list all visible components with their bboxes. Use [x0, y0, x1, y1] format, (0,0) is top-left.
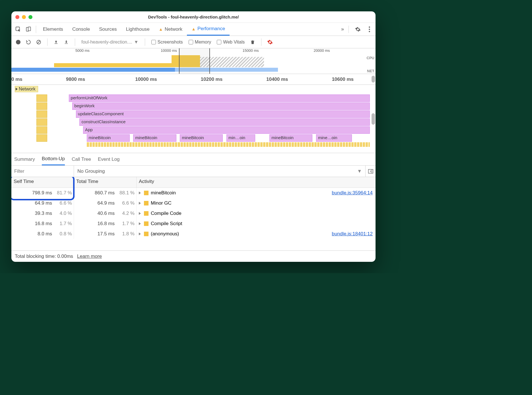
flame-frame[interactable]: App [83, 126, 370, 134]
minimize-window-button[interactable] [22, 15, 26, 19]
category-swatch [144, 211, 149, 216]
close-window-button[interactable] [15, 15, 19, 19]
subtab-call-tree[interactable]: Call Tree [72, 153, 91, 165]
warning-icon: ▲ [159, 27, 163, 32]
column-header-activity[interactable]: Activity [137, 177, 376, 188]
ruler-tick: 10000 ms [135, 77, 157, 82]
activity-name: Minor GC [151, 200, 172, 206]
separator [145, 38, 145, 46]
svg-rect-7 [55, 43, 58, 44]
tab-network[interactable]: ▲Network [154, 23, 187, 36]
flame-frame[interactable] [36, 102, 47, 110]
bottom-up-table: Self Time Total Time Activity 798.9 ms81… [11, 177, 376, 250]
save-profile-icon[interactable] [62, 38, 70, 46]
toggle-sidebar-icon[interactable] [365, 166, 376, 177]
tab-lighthouse[interactable]: Lighthouse [121, 23, 154, 36]
memory-checkbox[interactable]: Memory [187, 40, 213, 45]
vertical-scrollbar[interactable] [372, 76, 375, 83]
separator [349, 26, 349, 33]
column-header-total-time[interactable]: Total Time [74, 177, 137, 188]
source-link[interactable]: bundle.js:18401:12 [332, 231, 373, 237]
flame-frame[interactable]: mineBitcoin [180, 134, 223, 142]
flame-frame[interactable]: beginWork [72, 102, 370, 110]
kebab-menu-icon[interactable] [365, 26, 374, 32]
learn-more-link[interactable]: Learn more [77, 254, 102, 259]
flame-frame[interactable]: mine…oin [316, 134, 352, 142]
table-row[interactable]: 39.3 ms4.0 %40.6 ms4.2 %Compile Code [11, 208, 376, 219]
network-track-header[interactable]: Network [15, 86, 38, 92]
flame-frame[interactable]: performUnitOfWork [69, 94, 370, 102]
device-toolbar-icon[interactable] [23, 24, 34, 34]
table-row[interactable]: 798.9 ms81.7 %860.7 ms88.1 %mineBitcoinb… [11, 188, 376, 198]
ruler-tick: 10400 ms [266, 77, 288, 82]
trash-icon[interactable] [249, 38, 257, 46]
expand-icon[interactable] [139, 202, 142, 205]
expand-icon[interactable] [139, 192, 142, 194]
flame-frame[interactable]: mineBitcoin [269, 134, 312, 142]
record-button[interactable] [14, 38, 22, 46]
timeline-ruler[interactable]: 0 ms 9800 ms 10000 ms 10200 ms 10400 ms … [11, 74, 376, 85]
overview-tick: 20000 ms [314, 48, 330, 53]
flame-frame[interactable]: mineBitcoin [87, 134, 130, 142]
flame-frame[interactable]: mineBitcoin [133, 134, 176, 142]
capture-settings-icon[interactable] [266, 38, 274, 46]
subtab-bottom-up[interactable]: Bottom-Up [42, 153, 65, 165]
flame-frame[interactable] [36, 126, 47, 134]
zoom-window-button[interactable] [28, 15, 32, 19]
flame-frame[interactable] [36, 110, 47, 118]
screenshots-checkbox[interactable]: Screenshots [150, 40, 185, 45]
inspect-element-icon[interactable] [13, 24, 23, 34]
flame-frame[interactable]: updateClassComponent [76, 110, 370, 118]
flame-frame[interactable]: constructClassInstance [79, 118, 370, 126]
flame-frame[interactable] [36, 94, 47, 102]
more-tabs-icon[interactable]: » [341, 26, 344, 32]
expand-icon[interactable] [139, 212, 142, 215]
reload-record-button[interactable] [24, 38, 32, 46]
window-title: DevTools - foul-heavenly-direction.glitc… [11, 15, 376, 19]
separator [47, 38, 48, 46]
activity-name: (anonymous) [151, 231, 179, 237]
clear-button[interactable] [35, 38, 43, 46]
panel-tabstrip: ElementsConsoleSourcesLighthouse▲Network… [11, 23, 376, 36]
separator [261, 38, 261, 46]
grouping-select[interactable]: No Grouping ▼ [74, 168, 365, 174]
settings-icon[interactable] [353, 26, 362, 32]
overview-tick: 5000 ms [75, 48, 90, 53]
table-row[interactable]: 64.9 ms6.6 %64.9 ms6.6 %Minor GC [11, 198, 376, 208]
flame-chart[interactable]: Network performUnitOfWorkbeginWorkupdate… [11, 85, 376, 153]
tab-sources[interactable]: Sources [94, 23, 121, 36]
tab-console[interactable]: Console [68, 23, 94, 36]
overview-cpu-label: CPU [367, 56, 374, 60]
expand-icon[interactable] [139, 222, 142, 225]
flame-frame[interactable] [36, 134, 47, 142]
flame-frame[interactable]: min…oin [226, 134, 255, 142]
separator [36, 26, 36, 33]
tab-performance[interactable]: ▲Performance [187, 23, 230, 36]
subtab-summary[interactable]: Summary [14, 153, 35, 165]
overview-viewport-handle[interactable] [179, 48, 210, 74]
traffic-lights [15, 15, 32, 19]
load-profile-icon[interactable] [52, 38, 60, 46]
separator [75, 38, 75, 46]
svg-point-4 [369, 28, 370, 30]
profile-select[interactable]: foul-heavenly-direction.... ▼ [80, 40, 140, 45]
vertical-scrollbar[interactable] [372, 113, 375, 125]
expand-icon[interactable] [139, 233, 142, 235]
overview-tick: 10000 ms [161, 48, 177, 53]
source-link[interactable]: bundle.js:35964:14 [332, 190, 373, 196]
activity-name: Compile Script [151, 221, 182, 227]
web-vitals-checkbox[interactable]: Web Vitals [215, 40, 246, 45]
table-row[interactable]: 16.8 ms1.7 %16.8 ms1.7 %Compile Script [11, 219, 376, 229]
filter-input[interactable] [11, 166, 74, 177]
devtools-window: DevTools - foul-heavenly-direction.glitc… [11, 11, 376, 262]
overview-strip[interactable]: 5000 ms 10000 ms 15000 ms 20000 ms CPU N… [11, 48, 376, 74]
performance-toolbar: foul-heavenly-direction.... ▼ Screenshot… [11, 36, 376, 48]
tab-elements[interactable]: Elements [38, 23, 68, 36]
svg-rect-8 [65, 43, 68, 44]
ruler-tick: 10200 ms [201, 77, 223, 82]
flame-frame[interactable] [36, 118, 47, 126]
column-header-self-time[interactable]: Self Time [11, 177, 74, 188]
subtab-event-log[interactable]: Event Log [98, 153, 120, 165]
category-swatch [144, 201, 149, 205]
table-row[interactable]: 8.0 ms0.8 %17.5 ms1.8 %(anonymous)bundle… [11, 229, 376, 239]
